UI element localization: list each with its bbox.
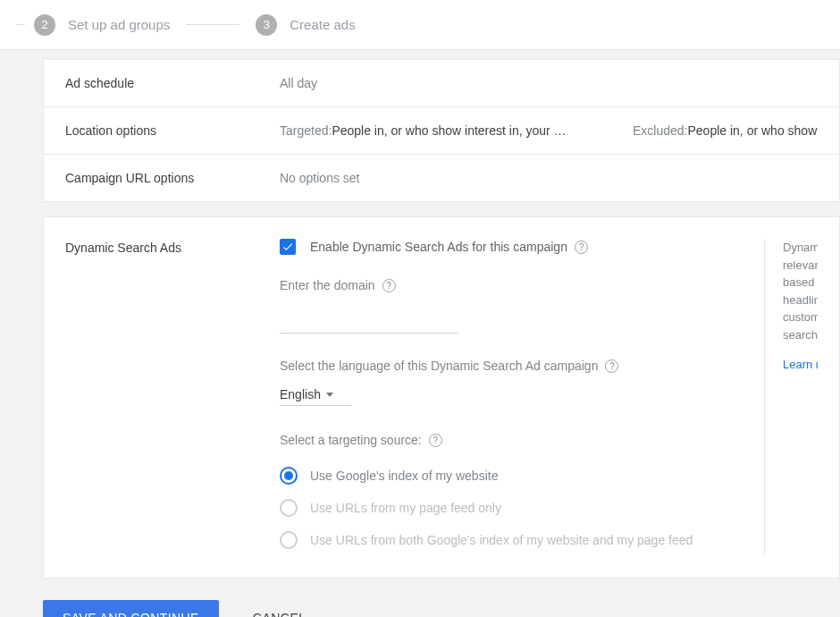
stepper-line bbox=[16, 24, 25, 25]
excluded-prefix: Excluded: bbox=[633, 123, 687, 138]
footer: SAVE AND CONTINUE CANCEL bbox=[0, 579, 840, 617]
dsa-help-panel: Dynamic Search Ads target relevant searc… bbox=[764, 239, 818, 556]
radio-label: Use URLs from my page feed only bbox=[310, 501, 501, 515]
row-location-options[interactable]: Location options Targeted: People in, or… bbox=[44, 106, 839, 154]
step-number-3: 3 bbox=[256, 14, 277, 36]
radio-button[interactable] bbox=[280, 467, 298, 485]
stepper: 2 Set up ad groups 3 Create ads bbox=[0, 0, 840, 50]
step-label: Set up ad groups bbox=[68, 17, 170, 32]
help-text: headlines automatically bbox=[783, 292, 818, 309]
row-url-options[interactable]: Campaign URL options No options set bbox=[44, 154, 839, 201]
value-location-options: Targeted: People in, or who show interes… bbox=[280, 123, 818, 138]
radio-button bbox=[280, 499, 298, 517]
targeted-value: People in, or who show interest in, your… bbox=[332, 123, 566, 138]
enable-dsa-checkbox[interactable] bbox=[280, 239, 296, 255]
learn-more-link[interactable]: Learn more bbox=[783, 356, 818, 374]
help-text: customized to people's actual bbox=[783, 308, 818, 326]
language-select[interactable]: English bbox=[280, 382, 351, 406]
targeting-radio-group: Use Google's index of my website Use URL… bbox=[280, 460, 746, 556]
domain-label: Enter the domain bbox=[280, 278, 375, 292]
label-ad-schedule: Ad schedule bbox=[65, 76, 280, 90]
language-label: Select the language of this Dynamic Sear… bbox=[280, 359, 598, 373]
help-icon[interactable]: ? bbox=[382, 279, 396, 292]
help-icon[interactable]: ? bbox=[605, 359, 618, 373]
stepper-line bbox=[186, 24, 239, 25]
excluded-value: People in, or who show interest in, your… bbox=[687, 123, 818, 138]
radio-page-feed: Use URLs from my page feed only bbox=[280, 492, 746, 524]
step-ad-groups[interactable]: 2 Set up ad groups bbox=[34, 14, 170, 36]
chevron-down-icon bbox=[326, 393, 333, 397]
enable-dsa-label: Enable Dynamic Search Ads for this campa… bbox=[310, 240, 567, 254]
dsa-card: Dynamic Search Ads Enable Dynamic Search… bbox=[43, 216, 840, 579]
check-icon bbox=[281, 241, 294, 253]
help-text: searches. bbox=[783, 326, 818, 344]
step-create-ads[interactable]: 3 Create ads bbox=[256, 14, 355, 36]
language-value: English bbox=[280, 387, 321, 401]
radio-label: Use Google's index of my website bbox=[310, 469, 498, 483]
step-label: Create ads bbox=[290, 17, 355, 32]
targeted-prefix: Targeted: bbox=[280, 123, 332, 138]
radio-google-index[interactable]: Use Google's index of my website bbox=[280, 460, 746, 492]
value-ad-schedule: All day bbox=[280, 76, 818, 90]
save-continue-button[interactable]: SAVE AND CONTINUE bbox=[43, 600, 219, 617]
domain-input[interactable] bbox=[280, 308, 458, 334]
help-text: Dynamic Search Ads target bbox=[783, 239, 818, 257]
radio-both: Use URLs from both Google's index of my … bbox=[280, 524, 746, 556]
help-icon[interactable]: ? bbox=[429, 434, 442, 447]
label-location-options: Location options bbox=[65, 123, 280, 138]
value-url-options: No options set bbox=[280, 171, 818, 185]
targeting-label: Select a targeting source: bbox=[280, 433, 422, 447]
radio-button bbox=[280, 531, 298, 549]
help-text: relevant searches automatically bbox=[783, 257, 818, 275]
help-icon[interactable]: ? bbox=[575, 241, 588, 254]
row-ad-schedule[interactable]: Ad schedule All day bbox=[44, 60, 839, 106]
step-number-2: 2 bbox=[34, 14, 55, 36]
settings-card: Ad schedule All day Location options Tar… bbox=[43, 59, 840, 202]
radio-label: Use URLs from both Google's index of my … bbox=[310, 533, 693, 547]
label-url-options: Campaign URL options bbox=[65, 171, 280, 185]
help-text: based on your website, then use bbox=[783, 274, 818, 292]
cancel-button[interactable]: CANCEL bbox=[248, 610, 312, 617]
dsa-section-label: Dynamic Search Ads bbox=[65, 239, 280, 556]
